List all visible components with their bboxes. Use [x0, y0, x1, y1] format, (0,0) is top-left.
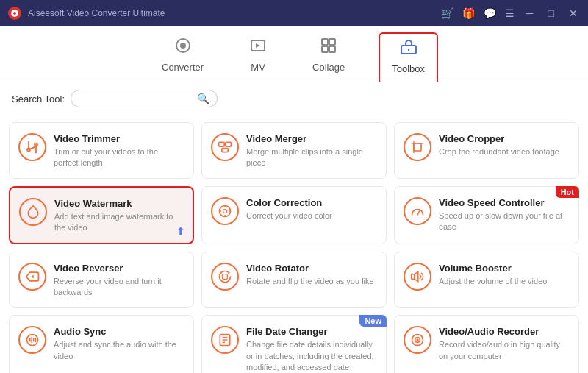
tool-card-volume-booster[interactable]: Volume Booster Adjust the volume of the …: [394, 252, 579, 308]
gift-icon[interactable]: 🎁: [462, 7, 475, 19]
tool-card-video-watermark[interactable]: Video Watermark Add text and image water…: [9, 186, 194, 244]
tool-card-color-correction[interactable]: Color Correction Correct your video colo…: [201, 186, 387, 244]
tab-toolbox[interactable]: Toolbox: [379, 32, 438, 82]
tool-info-video-speed-controller: Video Speed Controller Speed up or slow …: [439, 197, 570, 233]
tool-card-video-rotator[interactable]: Video Rotator Rotate and flip the video …: [201, 252, 387, 308]
tool-icon-color-correction: [211, 197, 239, 225]
tool-info-file-date-changer: File Date Changer Change file date detai…: [246, 326, 377, 373]
tool-name-volume-booster: Volume Booster: [439, 263, 570, 274]
tool-icon-video-cropper: [404, 133, 431, 161]
tab-collage-label: Collage: [312, 62, 345, 73]
tool-card-video-trimmer[interactable]: Video Trimmer Trim or cut your videos to…: [9, 122, 194, 179]
tool-icon-video-speed-controller: [404, 197, 431, 225]
upload-arrow-icon: ⬆: [176, 225, 185, 237]
svg-rect-6: [322, 39, 328, 45]
tool-card-video-merger[interactable]: Video Merger Merge multiple clips into a…: [201, 122, 387, 179]
tool-info-volume-booster: Volume Booster Adjust the volume of the …: [439, 263, 570, 287]
tool-card-file-date-changer[interactable]: New File Date Changer Change file date d…: [201, 315, 387, 373]
svg-rect-9: [329, 46, 335, 52]
main-content: Video Trimmer Trim or cut your videos to…: [0, 115, 588, 373]
tool-desc-file-date-changer: Change file date details individually or…: [246, 339, 377, 373]
menu-icon[interactable]: ☰: [505, 7, 514, 19]
tool-name-video-audio-recorder: Video/Audio Recorder: [439, 326, 570, 337]
tab-mv-label: MV: [251, 62, 265, 73]
tool-name-audio-sync: Audio Sync: [54, 326, 184, 337]
chat-icon[interactable]: 💬: [484, 7, 496, 19]
tool-info-video-reverser: Video Reverser Reverse your video and tu…: [54, 263, 184, 299]
title-bar: Aiseesoft Video Converter Ultimate 🛒 🎁 💬…: [0, 0, 588, 26]
title-bar-controls: 🛒 🎁 💬 ☰ ─ □ ✕: [441, 7, 581, 19]
svg-rect-8: [322, 46, 328, 52]
app-logo-icon: [7, 6, 22, 21]
tool-card-video-speed-controller[interactable]: Hot Video Speed Controller Speed up or s…: [394, 186, 579, 244]
tool-icon-video-audio-recorder: [404, 326, 431, 354]
svg-point-2: [13, 12, 16, 15]
tool-card-video-reverser[interactable]: Video Reverser Reverse your video and tu…: [9, 252, 194, 308]
tool-icon-file-date-changer: [211, 326, 239, 354]
tool-info-video-rotator: Video Rotator Rotate and flip the video …: [246, 263, 377, 287]
tool-info-video-watermark: Video Watermark Add text and image water…: [54, 198, 184, 234]
svg-rect-16: [222, 149, 228, 152]
tool-name-video-rotator: Video Rotator: [246, 263, 377, 274]
tool-info-video-audio-recorder: Video/Audio Recorder Record video/audio …: [439, 326, 570, 362]
tool-name-video-trimmer: Video Trimmer: [54, 133, 184, 144]
search-input-wrap[interactable]: 🔍: [71, 90, 218, 107]
tool-name-video-reverser: Video Reverser: [54, 263, 184, 274]
tools-grid: Video Trimmer Trim or cut your videos to…: [9, 122, 579, 373]
tool-desc-video-audio-recorder: Record video/audio in high quality on yo…: [439, 339, 570, 362]
mv-icon: [249, 37, 267, 59]
cart-icon[interactable]: 🛒: [441, 7, 453, 19]
tool-info-video-trimmer: Video Trimmer Trim or cut your videos to…: [54, 133, 184, 169]
tool-icon-video-merger: [211, 133, 239, 161]
toolbox-icon: [400, 38, 417, 60]
svg-rect-17: [414, 143, 421, 151]
close-button[interactable]: ✕: [566, 7, 581, 19]
svg-point-21: [223, 209, 227, 213]
tool-card-video-cropper[interactable]: Video Cropper Crop the redundant video f…: [394, 122, 579, 179]
converter-icon: [174, 37, 192, 59]
badge-video-speed-controller: Hot: [556, 186, 579, 198]
tab-mv[interactable]: MV: [237, 32, 279, 82]
tool-icon-volume-booster: [404, 263, 431, 291]
tool-info-video-cropper: Video Cropper Crop the redundant video f…: [439, 133, 570, 157]
tool-name-color-correction: Color Correction: [246, 197, 377, 208]
tool-desc-video-trimmer: Trim or cut your videos to the perfect l…: [54, 146, 184, 169]
tool-desc-video-reverser: Reverse your video and turn it backwards: [54, 276, 184, 299]
svg-point-37: [416, 339, 418, 341]
tab-converter-label: Converter: [162, 62, 204, 73]
tools-grid-wrap[interactable]: Video Trimmer Trim or cut your videos to…: [0, 115, 588, 373]
search-label: Search Tool:: [12, 93, 65, 104]
svg-marker-29: [415, 271, 418, 281]
tool-name-video-watermark: Video Watermark: [54, 198, 184, 209]
tool-icon-video-reverser: [18, 263, 46, 291]
tool-name-file-date-changer: File Date Changer: [246, 326, 377, 337]
tool-desc-video-cropper: Crop the redundant video footage: [439, 146, 570, 157]
svg-rect-14: [219, 142, 225, 146]
tab-converter[interactable]: Converter: [150, 32, 215, 82]
search-icon[interactable]: 🔍: [197, 93, 209, 104]
title-bar-left: Aiseesoft Video Converter Ultimate: [7, 6, 165, 21]
tool-desc-video-speed-controller: Speed up or slow down your file at ease: [439, 210, 570, 233]
tool-desc-color-correction: Correct your video color: [246, 210, 377, 221]
tool-name-video-cropper: Video Cropper: [439, 133, 570, 144]
tool-desc-video-merger: Merge multiple clips into a single piece: [246, 146, 377, 169]
tool-icon-video-rotator: [211, 263, 239, 291]
tool-name-video-speed-controller: Video Speed Controller: [439, 197, 570, 208]
tab-collage[interactable]: Collage: [301, 32, 356, 82]
svg-rect-27: [223, 274, 228, 279]
maximize-button[interactable]: □: [545, 7, 557, 19]
search-input[interactable]: [79, 93, 193, 104]
tool-card-video-audio-recorder[interactable]: Video/Audio Recorder Record video/audio …: [394, 315, 579, 373]
collage-icon: [320, 37, 337, 59]
tool-info-audio-sync: Audio Sync Adjust and sync the audio wit…: [54, 326, 184, 362]
tool-desc-video-rotator: Rotate and flip the video as you like: [246, 276, 377, 287]
tab-toolbox-label: Toolbox: [392, 63, 425, 74]
search-bar: Search Tool: 🔍: [0, 82, 588, 115]
badge-file-date-changer: New: [359, 315, 387, 327]
svg-line-26: [417, 210, 420, 215]
tool-card-audio-sync[interactable]: Audio Sync Adjust and sync the audio wit…: [9, 315, 194, 373]
app-title: Aiseesoft Video Converter Ultimate: [28, 8, 165, 18]
tool-desc-video-watermark: Add text and image watermark to the vide…: [54, 211, 184, 234]
minimize-button[interactable]: ─: [523, 7, 537, 19]
svg-point-4: [180, 43, 186, 49]
